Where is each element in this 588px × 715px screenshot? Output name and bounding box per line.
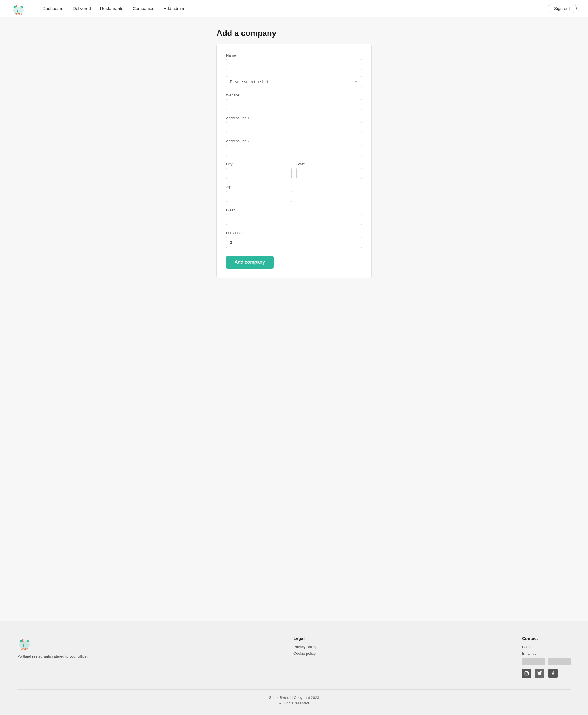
svg-text:SPORK: SPORK (15, 13, 22, 15)
footer-legal-heading: Legal (293, 636, 316, 641)
code-label: Code (226, 208, 362, 212)
website-group: Website (226, 93, 362, 110)
budget-group: Daily budget (226, 231, 362, 248)
budget-input[interactable] (226, 237, 362, 248)
facebook-svg (551, 671, 555, 676)
code-group: Code (226, 208, 362, 225)
name-input[interactable] (226, 59, 362, 70)
footer-rights: All rights reserved (17, 701, 571, 705)
zip-label: Zip (226, 185, 362, 189)
state-label: State (296, 162, 362, 166)
nav-companies[interactable]: Companies (133, 6, 154, 11)
instagram-svg (524, 671, 529, 676)
app-badges (522, 658, 571, 665)
code-input[interactable] (226, 214, 362, 225)
page-title: Add a company (216, 29, 372, 38)
name-group: Name (226, 53, 362, 70)
zip-group: Zip (226, 185, 362, 202)
shift-select[interactable]: Please select a shift Morning Afternoon … (226, 76, 362, 87)
address2-group: Address line 2 (226, 139, 362, 156)
svg-text:SPORK: SPORK (21, 648, 28, 650)
main-content: Add a company Name Please select a shift… (0, 17, 588, 622)
svg-point-17 (526, 673, 527, 674)
address2-input[interactable] (226, 145, 362, 156)
address1-group: Address line 1 (226, 116, 362, 133)
footer-privacy-link[interactable]: Privacy policy (293, 645, 316, 649)
instagram-icon[interactable] (522, 669, 531, 678)
nav-restaurants[interactable]: Restaurants (100, 6, 123, 11)
zip-input[interactable] (226, 191, 292, 202)
footer-brand: SPORK Portland restaurants catered to yo… (17, 636, 88, 678)
address2-label: Address line 2 (226, 139, 362, 143)
nav-dashboard[interactable]: Dashboard (42, 6, 63, 11)
address1-label: Address line 1 (226, 116, 362, 120)
website-input[interactable] (226, 99, 362, 110)
nav-delivered[interactable]: Delivered (72, 6, 91, 11)
twitter-svg (538, 671, 542, 676)
svg-rect-1 (18, 5, 18, 10)
city-group: City (226, 162, 292, 179)
footer-call-link[interactable]: Call us (522, 645, 571, 649)
navbar: SPORK Dashboard Delivered Restaurants Co… (0, 0, 588, 17)
logo[interactable]: SPORK (12, 2, 25, 16)
logo-icon: SPORK (12, 2, 25, 16)
social-icons (522, 669, 571, 678)
shift-group: Please select a shift Morning Afternoon … (226, 76, 362, 87)
city-label: City (226, 162, 292, 166)
svg-rect-16 (525, 671, 528, 675)
state-group: State (296, 162, 362, 179)
svg-rect-2 (16, 5, 17, 7)
svg-point-18 (527, 672, 528, 673)
svg-rect-4 (17, 10, 18, 13)
city-input[interactable] (226, 168, 292, 179)
city-state-row: City State (226, 162, 362, 185)
footer-legal: Legal Privacy policy Cookie policy (293, 636, 316, 678)
footer-tagline: Portland restaurants catered to your off… (17, 654, 88, 658)
footer-contact: Contact Call us Email us (522, 636, 571, 678)
add-company-form-card: Name Please select a shift Morning After… (216, 44, 372, 278)
nav-links: Dashboard Delivered Restaurants Companie… (42, 6, 547, 11)
svg-rect-12 (23, 644, 24, 647)
facebook-icon[interactable] (548, 669, 558, 678)
footer-email-link[interactable]: Email us (522, 651, 571, 656)
svg-rect-3 (19, 5, 19, 7)
name-label: Name (226, 53, 362, 58)
budget-label: Daily budget (226, 231, 362, 235)
app-store-badge (522, 658, 545, 665)
footer-top: SPORK Portland restaurants catered to yo… (17, 636, 571, 678)
address1-input[interactable] (226, 122, 362, 133)
add-company-button[interactable]: Add company (226, 256, 274, 268)
add-company-form: Name Please select a shift Morning After… (226, 53, 362, 268)
footer: SPORK Portland restaurants catered to yo… (0, 622, 588, 715)
twitter-icon[interactable] (535, 669, 544, 678)
svg-rect-9 (24, 639, 24, 645)
website-label: Website (226, 93, 362, 97)
footer-contact-heading: Contact (522, 636, 571, 641)
sign-out-button[interactable]: Sign out (547, 4, 576, 13)
svg-rect-11 (25, 639, 25, 642)
nav-add-admin[interactable]: Add admin (164, 6, 184, 11)
footer-copyright: Spork Bytes © Copyright 2023 (17, 695, 571, 700)
footer-logo-icon: SPORK (17, 636, 31, 650)
footer-cookie-link[interactable]: Cookie policy (293, 651, 316, 656)
state-input[interactable] (296, 168, 362, 179)
footer-logo: SPORK (17, 636, 88, 651)
google-play-badge (548, 658, 571, 665)
footer-bottom: Spork Bytes © Copyright 2023 All rights … (17, 690, 571, 705)
svg-rect-10 (22, 639, 23, 642)
